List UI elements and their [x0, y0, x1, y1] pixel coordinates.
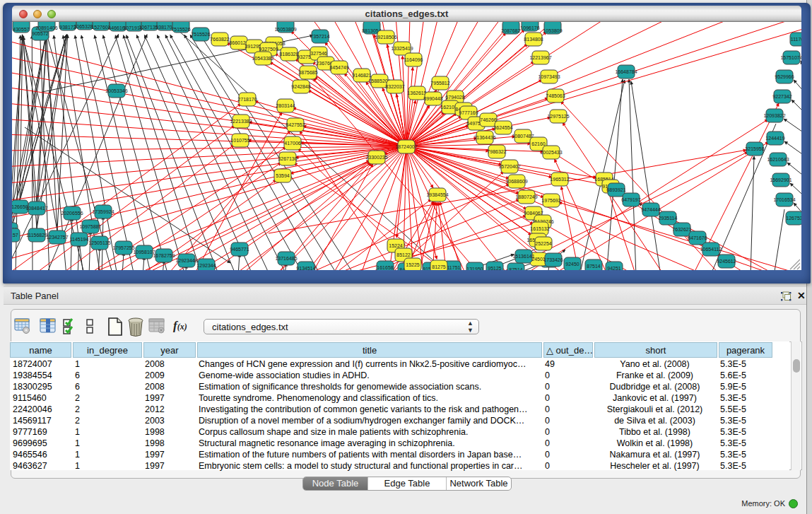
- svg-text:8454749: 8454749: [329, 65, 348, 70]
- svg-text:10848417: 10848417: [25, 206, 47, 211]
- svg-text:15225: 15225: [406, 262, 420, 267]
- svg-text:9529966: 9529966: [775, 74, 794, 79]
- svg-text:10543382: 10543382: [252, 56, 273, 61]
- svg-text:13325419: 13325419: [391, 46, 413, 51]
- svg-text:1164096: 1164096: [404, 57, 423, 62]
- svg-text:1615132: 1615132: [530, 226, 549, 231]
- svg-text:15136141: 15136141: [512, 254, 534, 259]
- svg-text:94251: 94251: [607, 266, 621, 271]
- svg-text:9084067: 9084067: [524, 211, 543, 216]
- svg-text:23300235: 23300235: [365, 155, 387, 160]
- svg-text:10973493: 10973493: [538, 74, 560, 79]
- svg-text:327546: 327546: [310, 51, 326, 56]
- svg-text:7485063: 7485063: [546, 93, 565, 98]
- svg-text:11156829: 11156829: [26, 233, 47, 238]
- svg-text:18724007: 18724007: [395, 144, 417, 149]
- svg-text:1096176: 1096176: [520, 25, 539, 30]
- svg-text:10807487: 10807487: [512, 134, 534, 139]
- svg-text:2935114: 2935114: [659, 216, 678, 221]
- svg-text:39157: 39157: [12, 233, 18, 238]
- svg-text:62160: 62160: [531, 141, 546, 146]
- svg-text:12923448: 12923448: [175, 258, 197, 263]
- svg-text:10654112: 10654112: [700, 247, 722, 252]
- svg-text:2718170: 2718170: [237, 97, 257, 102]
- svg-text:2803144: 2803144: [276, 103, 295, 108]
- svg-text:7986322: 7986322: [487, 149, 506, 154]
- svg-text:3624554: 3624554: [493, 125, 512, 130]
- svg-text:16053809: 16053809: [274, 27, 296, 32]
- svg-text:17016534: 17016534: [773, 197, 795, 202]
- svg-text:87514: 87514: [587, 264, 601, 269]
- svg-text:12093822: 12093822: [763, 113, 785, 118]
- svg-text:8186328: 8186328: [279, 52, 298, 57]
- svg-text:7632621: 7632621: [672, 227, 691, 232]
- svg-text:15720407: 15720407: [498, 164, 520, 169]
- svg-text:1145194: 1145194: [70, 237, 89, 242]
- svg-text:8471676: 8471676: [688, 235, 707, 240]
- svg-text:3875685: 3875685: [298, 70, 317, 75]
- svg-text:12342757: 12342757: [46, 235, 68, 240]
- svg-text:9474444: 9474444: [641, 207, 660, 212]
- svg-text:18807249: 18807249: [515, 194, 537, 199]
- svg-text:9245612: 9245612: [717, 259, 736, 264]
- svg-text:1965312: 1965312: [550, 177, 569, 182]
- svg-text:9146821: 9146821: [352, 73, 371, 78]
- svg-text:7955812: 7955812: [430, 81, 449, 86]
- svg-text:10688609: 10688609: [505, 179, 527, 184]
- svg-text:9134514: 9134514: [296, 266, 315, 271]
- svg-text:111764: 111764: [791, 37, 801, 42]
- svg-text:9227342: 9227342: [772, 94, 792, 99]
- svg-text:8322037: 8322037: [385, 84, 404, 89]
- svg-text:6479197: 6479197: [621, 197, 640, 202]
- svg-text:126753: 126753: [786, 216, 801, 221]
- svg-text:10025433: 10025433: [540, 150, 562, 155]
- svg-text:19384554: 19384554: [426, 192, 448, 197]
- svg-text:17957255: 17957255: [112, 245, 134, 250]
- svg-text:252254: 252254: [535, 241, 551, 246]
- svg-text:1292344: 1292344: [196, 263, 216, 268]
- svg-text:7663822: 7663822: [210, 37, 229, 42]
- svg-text:8990448: 8990448: [423, 96, 442, 101]
- svg-text:92450: 92450: [565, 262, 579, 267]
- svg-text:7357214: 7357214: [310, 34, 329, 39]
- svg-text:3215958: 3215958: [745, 146, 764, 151]
- svg-text:1733426: 1733426: [543, 257, 563, 262]
- svg-text:20891406: 20891406: [35, 25, 57, 30]
- svg-text:430557: 430557: [13, 27, 29, 32]
- svg-text:16648784: 16648784: [615, 69, 637, 74]
- svg-text:1975692: 1975692: [541, 198, 560, 203]
- svg-text:1053809: 1053809: [543, 28, 562, 33]
- svg-text:21364436: 21364436: [473, 135, 495, 140]
- svg-text:19218506: 19218506: [375, 35, 396, 40]
- svg-text:6794028: 6794028: [445, 95, 464, 100]
- svg-text:16210643: 16210643: [767, 157, 789, 162]
- svg-text:905572: 905572: [32, 31, 48, 36]
- svg-text:17359924: 17359924: [92, 209, 114, 214]
- svg-text:1362615: 1362615: [407, 90, 426, 95]
- svg-text:95125: 95125: [488, 266, 502, 271]
- svg-text:53594: 53594: [276, 173, 290, 178]
- svg-text:9777169: 9777169: [459, 110, 478, 115]
- svg-text:746266: 746266: [480, 117, 496, 122]
- svg-text:3267130: 3267130: [278, 156, 297, 161]
- svg-text:7515526: 7515526: [171, 27, 190, 32]
- svg-text:13716485: 13716485: [275, 256, 297, 261]
- svg-text:417006: 417006: [284, 141, 300, 146]
- svg-text:9327509: 9327509: [259, 47, 278, 52]
- svg-text:85122: 85122: [396, 252, 411, 257]
- svg-text:12505135: 12505135: [88, 240, 110, 245]
- svg-text:20206556: 20206556: [61, 211, 83, 216]
- svg-text:16782759: 16782759: [153, 253, 175, 258]
- svg-text:15751074: 15751074: [780, 55, 801, 60]
- svg-text:12213967: 12213967: [529, 55, 551, 60]
- svg-text:131950: 131950: [466, 267, 483, 271]
- svg-text:15692901: 15692901: [770, 177, 792, 182]
- svg-text:15224: 15224: [389, 243, 403, 248]
- svg-text:8427552: 8427552: [286, 122, 305, 127]
- svg-text:6893921: 6893921: [606, 187, 625, 192]
- svg-text:1244419: 1244419: [765, 136, 784, 141]
- svg-text:2087682: 2087682: [501, 28, 520, 33]
- svg-text:7515526: 7515526: [191, 32, 210, 37]
- svg-text:10975887: 10975887: [79, 224, 101, 229]
- svg-text:10958107: 10958107: [133, 250, 155, 255]
